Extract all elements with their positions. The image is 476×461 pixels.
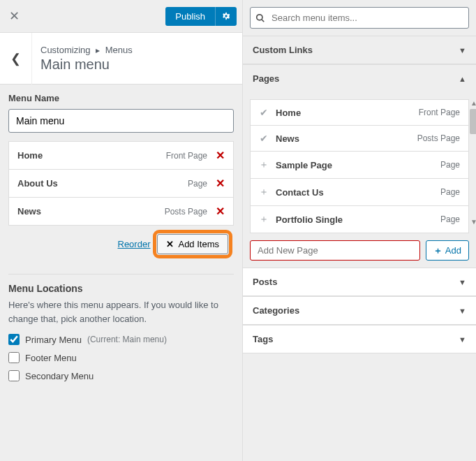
- scroll-down-icon[interactable]: ▼: [470, 218, 476, 226]
- add-items-button[interactable]: ✕ Add Items: [157, 234, 228, 254]
- close-icon: ✕: [166, 239, 174, 249]
- page-title: Sample Page: [276, 160, 433, 170]
- scroll-thumb[interactable]: [470, 109, 476, 134]
- location-label: Secondary Menu: [25, 371, 94, 381]
- breadcrumb-root: Customizing: [40, 45, 91, 55]
- page-type: Page: [440, 187, 460, 197]
- page-title: Main menu: [40, 57, 133, 73]
- pages-body: ▲ ▼ ✔ Home Front Page ✔ News Posts Page: [243, 92, 476, 268]
- locations-description: Here's where this menu appears. If you w…: [8, 298, 234, 325]
- gear-icon: [221, 11, 231, 21]
- search-input[interactable]: [250, 7, 469, 29]
- publish-button[interactable]: Publish: [165, 7, 215, 26]
- breadcrumb-row: ❮ Customizing ▸ Menus Main menu: [0, 33, 242, 85]
- check-icon: ✔: [259, 107, 269, 118]
- location-checkbox[interactable]: [8, 334, 20, 345]
- back-button[interactable]: ❮: [0, 33, 32, 85]
- page-item[interactable]: ＋ Sample Page Page: [250, 152, 469, 179]
- locations-heading: Menu Locations: [8, 283, 234, 294]
- location-option[interactable]: Secondary Menu: [8, 370, 234, 381]
- page-title: News: [276, 133, 410, 144]
- publish-settings-button[interactable]: [215, 7, 237, 26]
- add-label: Add: [445, 245, 461, 256]
- plus-icon: ＋: [433, 244, 442, 257]
- page-type: Page: [440, 214, 460, 224]
- accordion-tags[interactable]: Tags ▼: [243, 325, 476, 353]
- page-title: Portfolio Single: [276, 214, 433, 225]
- remove-icon[interactable]: ✕: [216, 177, 225, 190]
- accordion-title: Custom Links: [253, 45, 313, 55]
- chevron-down-icon: ▼: [459, 335, 466, 344]
- plus-icon: ＋: [259, 159, 269, 171]
- accordion-custom-links[interactable]: Custom Links ▼: [243, 36, 476, 64]
- page-type: Page: [440, 160, 460, 170]
- page-item[interactable]: ✔ Home Front Page: [250, 99, 469, 126]
- location-label: Primary Menu: [25, 335, 82, 345]
- menu-items-list: Home Front Page ✕ About Us Page ✕ News P…: [8, 141, 234, 226]
- add-items-label: Add Items: [178, 239, 219, 249]
- scroll-up-icon[interactable]: ▲: [470, 99, 476, 107]
- available-items-panel: Custom Links ▼ Pages ▲ ▲ ▼ ✔ Home: [243, 0, 476, 461]
- search-icon: [255, 13, 265, 23]
- breadcrumb-separator: ▸: [96, 45, 100, 55]
- accordion-title: Categories: [253, 305, 299, 316]
- page-title: Contact Us: [276, 187, 433, 198]
- menu-name-label: Menu Name: [8, 93, 234, 103]
- chevron-down-icon: ▼: [459, 307, 466, 315]
- menu-item-title: News: [17, 206, 165, 217]
- accordion-pages[interactable]: Pages ▲: [243, 65, 476, 92]
- close-icon[interactable]: ✕: [6, 8, 22, 24]
- chevron-down-icon: ▼: [459, 46, 466, 54]
- reorder-link[interactable]: Reorder: [118, 239, 151, 249]
- remove-icon[interactable]: ✕: [216, 149, 225, 162]
- page-type: Front Page: [419, 108, 460, 117]
- chevron-down-icon: ▼: [459, 278, 466, 286]
- menu-item[interactable]: Home Front Page ✕: [8, 141, 234, 170]
- remove-icon[interactable]: ✕: [216, 205, 225, 218]
- plus-icon: ＋: [259, 186, 269, 198]
- location-checkbox[interactable]: [8, 370, 20, 381]
- pages-list: ✔ Home Front Page ✔ News Posts Page ＋ Sa…: [250, 99, 469, 233]
- add-new-page-input[interactable]: [250, 240, 420, 261]
- menu-item-title: About Us: [17, 178, 188, 189]
- menu-item-type: Page: [188, 179, 207, 189]
- check-icon: ✔: [259, 133, 269, 144]
- menu-item[interactable]: News Posts Page ✕: [8, 198, 234, 226]
- page-type: Posts Page: [417, 133, 460, 143]
- svg-point-0: [257, 14, 262, 20]
- location-current: (Current: Main menu): [87, 335, 167, 344]
- page-item[interactable]: ✔ News Posts Page: [250, 126, 469, 152]
- page-title: Home: [276, 108, 412, 118]
- location-checkbox[interactable]: [8, 352, 20, 363]
- breadcrumb-section: Menus: [105, 45, 133, 55]
- location-option[interactable]: Primary Menu (Current: Main menu): [8, 334, 234, 345]
- top-controls: ✕ Publish: [0, 0, 242, 33]
- menu-name-input[interactable]: [8, 109, 234, 133]
- page-item[interactable]: ＋ Contact Us Page: [250, 179, 469, 206]
- svg-line-1: [262, 19, 265, 22]
- menu-item-type: Front Page: [166, 151, 207, 161]
- chevron-left-icon: ❮: [10, 51, 21, 66]
- accordion-title: Posts: [253, 277, 277, 287]
- page-item[interactable]: ＋ Portfolio Single Page: [250, 206, 469, 233]
- location-label: Footer Menu: [25, 353, 77, 363]
- menu-item-title: Home: [17, 150, 166, 161]
- plus-icon: ＋: [259, 213, 269, 226]
- add-new-page-button[interactable]: ＋ Add: [426, 240, 469, 261]
- location-option[interactable]: Footer Menu: [8, 352, 234, 363]
- accordion-title: Tags: [253, 334, 273, 344]
- chevron-up-icon: ▲: [459, 75, 466, 83]
- accordion-categories[interactable]: Categories ▼: [243, 297, 476, 325]
- menu-item-type: Posts Page: [165, 207, 207, 217]
- customizer-panel: ✕ Publish ❮ Customizing ▸ Menus: [0, 0, 243, 461]
- accordion-posts[interactable]: Posts ▼: [243, 268, 476, 296]
- accordion-title: Pages: [253, 73, 279, 84]
- menu-item[interactable]: About Us Page ✕: [8, 170, 234, 198]
